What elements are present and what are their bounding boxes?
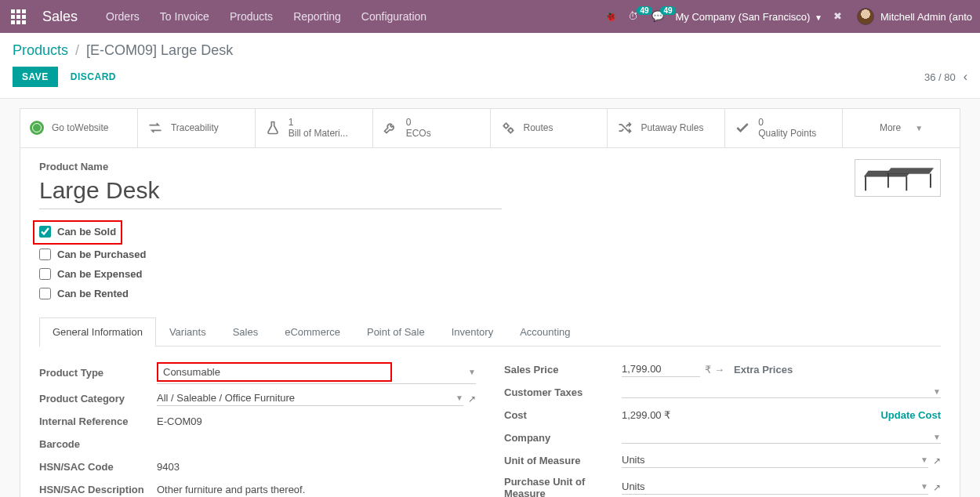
caret-down-icon: ▼ bbox=[920, 455, 928, 464]
checkbox-list: Can be Sold Can be Purchased Can be Expe… bbox=[39, 220, 941, 303]
breadcrumb-current: [E-COM09] Large Desk bbox=[86, 42, 233, 58]
hsn-code-value[interactable]: 9403 bbox=[157, 461, 476, 473]
cost-value: 1,299.00 ₹ Update Cost bbox=[622, 409, 941, 421]
user-menu[interactable]: Mitchell Admin (anto bbox=[880, 11, 972, 23]
svg-point-0 bbox=[504, 124, 508, 128]
check-can-be-purchased[interactable]: Can be Purchased bbox=[39, 245, 941, 264]
sales-price-label: Sales Price bbox=[504, 364, 622, 375]
external-link-icon[interactable]: ↗ bbox=[933, 455, 941, 466]
nav-orders[interactable]: Orders bbox=[106, 10, 140, 23]
caret-down-icon: ▼ bbox=[915, 124, 923, 132]
internal-ref-value[interactable]: E-COM09 bbox=[157, 415, 476, 427]
checkbox-rented[interactable] bbox=[39, 288, 51, 299]
hsn-desc-value[interactable]: Other furniture and parts thereof. bbox=[157, 484, 476, 495]
caret-down-icon: ▼ bbox=[468, 368, 476, 376]
product-name-label: Product Name bbox=[39, 161, 941, 172]
nav-to-invoice[interactable]: To Invoice bbox=[160, 10, 209, 23]
stat-traceability[interactable]: Traceability bbox=[138, 109, 256, 147]
stat-putaway[interactable]: Putaway Rules bbox=[608, 109, 725, 147]
extra-prices-button[interactable]: Extra Prices bbox=[734, 364, 793, 375]
arrow-right-icon: → bbox=[714, 364, 724, 375]
checkbox-purchased[interactable] bbox=[39, 248, 51, 260]
tab-variants[interactable]: Variants bbox=[156, 317, 220, 346]
checkbox-expensed[interactable] bbox=[39, 268, 51, 280]
product-category-label: Product Category bbox=[39, 393, 157, 404]
checkbox-sold[interactable] bbox=[39, 226, 51, 238]
avatar[interactable] bbox=[857, 8, 874, 25]
tab-accounting[interactable]: Accounting bbox=[506, 317, 583, 346]
internal-ref-label: Internal Reference bbox=[39, 415, 157, 427]
globe-icon bbox=[30, 121, 44, 135]
tools-icon[interactable]: ✖ bbox=[833, 10, 846, 23]
nav-right: 🐞 ⏱49 💬49 My Company (San Francisco) ▼ ✖… bbox=[604, 8, 972, 25]
check-icon bbox=[735, 120, 750, 136]
breadcrumb-sep: / bbox=[75, 42, 79, 58]
product-image[interactable] bbox=[855, 159, 941, 197]
external-link-icon[interactable]: ↗ bbox=[468, 394, 476, 404]
nav-configuration[interactable]: Configuration bbox=[361, 10, 426, 23]
stat-website[interactable]: Go toWebsite bbox=[20, 109, 138, 147]
hsn-desc-label: HSN/SAC Description bbox=[39, 484, 157, 495]
pager-text[interactable]: 36 / 80 bbox=[924, 71, 956, 83]
form-col-right: Sales Price 1,799.00 ₹ → Extra Prices Cu… bbox=[504, 362, 941, 497]
nav-products[interactable]: Products bbox=[230, 10, 273, 23]
purchase-uom-field[interactable]: Units▼ bbox=[622, 481, 928, 495]
breadcrumb: Products / [E-COM09] Large Desk bbox=[13, 42, 967, 59]
tab-pos[interactable]: Point of Sale bbox=[354, 317, 438, 346]
company-selector[interactable]: My Company (San Francisco) ▼ bbox=[675, 11, 822, 23]
currency-icon: ₹ bbox=[705, 364, 711, 375]
svg-marker-3 bbox=[887, 168, 933, 173]
stat-ecos[interactable]: 0ECOs bbox=[373, 109, 491, 147]
messages-badge: 49 bbox=[660, 6, 675, 15]
highlight-can-be-sold: Can be Sold bbox=[33, 220, 122, 245]
tab-general[interactable]: General Information bbox=[39, 317, 156, 346]
product-name-input[interactable] bbox=[39, 176, 502, 209]
stat-bom[interactable]: 1Bill of Materi... bbox=[256, 109, 373, 147]
pager: 36 / 80 ‹ bbox=[924, 70, 967, 84]
swap-icon bbox=[147, 120, 163, 136]
caret-down-icon: ▼ bbox=[933, 433, 941, 441]
nav-menu: Orders To Invoice Products Reporting Con… bbox=[106, 10, 426, 23]
cost-label: Cost bbox=[504, 409, 622, 421]
external-link-icon[interactable]: ↗ bbox=[933, 482, 941, 493]
discard-button[interactable]: DISCARD bbox=[71, 71, 116, 82]
bug-icon[interactable]: 🐞 bbox=[604, 10, 617, 23]
pager-prev-icon[interactable]: ‹ bbox=[964, 70, 967, 84]
nav-reporting[interactable]: Reporting bbox=[293, 10, 341, 23]
check-can-be-expensed[interactable]: Can be Expensed bbox=[39, 264, 941, 284]
purchase-uom-label: Purchase Unit of Measure bbox=[504, 476, 622, 497]
caret-down-icon: ▼ bbox=[920, 482, 928, 491]
apps-icon[interactable] bbox=[8, 6, 30, 27]
breadcrumb-products[interactable]: Products bbox=[13, 42, 68, 58]
tab-sales[interactable]: Sales bbox=[220, 317, 272, 346]
tab-ecommerce[interactable]: eCommerce bbox=[271, 317, 354, 346]
form-col-left: Product Type Consumable ▼ Product Catego… bbox=[39, 362, 476, 497]
check-can-be-rented[interactable]: Can be Rented bbox=[39, 284, 941, 303]
product-category-field[interactable]: All / Saleable / Office Furniture▼ bbox=[157, 392, 463, 406]
customer-taxes-field[interactable]: ▼ bbox=[622, 387, 941, 398]
product-type-label: Product Type bbox=[39, 367, 157, 379]
customer-taxes-label: Customer Taxes bbox=[504, 386, 622, 398]
wrench-icon bbox=[383, 120, 398, 136]
stat-quality[interactable]: 0Quality Points bbox=[725, 109, 843, 147]
product-type-field[interactable]: Consumable ▼ bbox=[157, 362, 476, 384]
flask-icon bbox=[265, 120, 281, 136]
tab-inventory[interactable]: Inventory bbox=[438, 317, 506, 346]
svg-point-1 bbox=[508, 129, 512, 132]
stat-routes[interactable]: Routes bbox=[491, 109, 608, 147]
update-cost-button[interactable]: Update Cost bbox=[880, 409, 941, 421]
stat-buttons: Go toWebsite Traceability 1Bill of Mater… bbox=[20, 109, 960, 148]
tabs: General Information Variants Sales eComm… bbox=[39, 317, 941, 346]
company-field[interactable]: ▼ bbox=[622, 433, 941, 444]
check-can-be-sold[interactable]: Can be Sold bbox=[39, 222, 116, 241]
hsn-code-label: HSN/SAC Code bbox=[39, 461, 157, 473]
highlight-product-type: Consumable bbox=[157, 362, 392, 382]
messages-icon[interactable]: 💬49 bbox=[652, 10, 664, 23]
activity-icon[interactable]: ⏱49 bbox=[628, 10, 641, 23]
brand: Sales bbox=[42, 9, 78, 25]
uom-field[interactable]: Units▼ bbox=[622, 454, 928, 468]
sales-price-field[interactable]: 1,799.00 ₹ → Extra Prices bbox=[622, 363, 941, 377]
save-button[interactable]: SAVE bbox=[13, 67, 58, 87]
caret-down-icon: ▼ bbox=[815, 13, 822, 22]
stat-more[interactable]: More ▼ bbox=[843, 109, 960, 147]
